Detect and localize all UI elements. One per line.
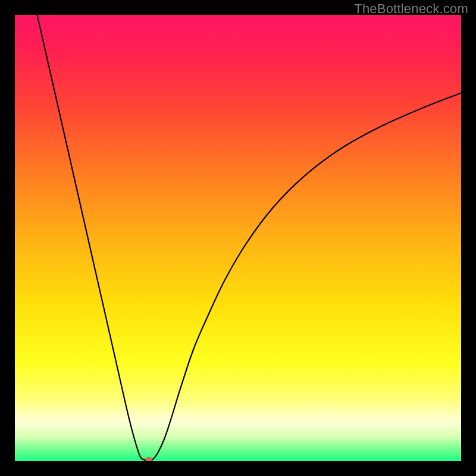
chart-stage: TheBottleneck.com (0, 0, 476, 476)
optimum-marker (145, 457, 152, 461)
curve-layer (15, 15, 461, 461)
bottleneck-curve (37, 15, 462, 461)
attribution-text: TheBottleneck.com (354, 1, 468, 17)
plot-area (15, 15, 461, 461)
